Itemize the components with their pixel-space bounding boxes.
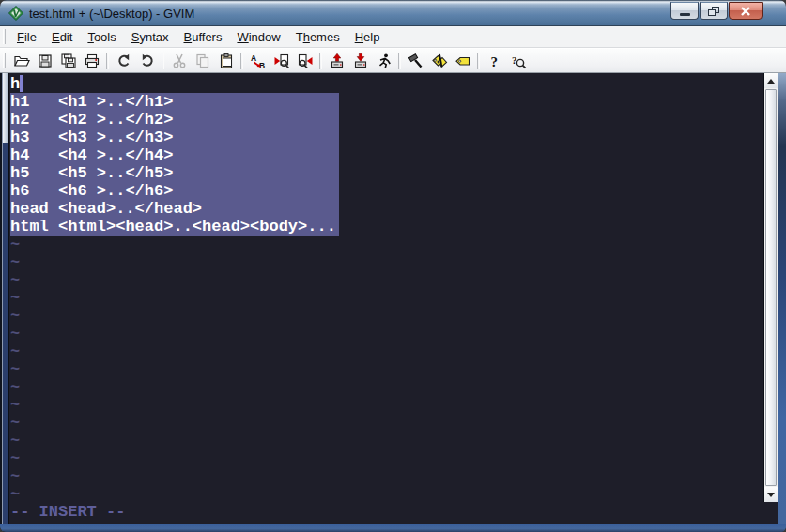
menu-file[interactable]: File [9,27,44,47]
copy-button [191,50,214,72]
paste-button[interactable] [214,50,238,72]
popup-item[interactable]: h4 <h4 >..</h4> [10,146,339,164]
window-border-bottom [0,524,786,532]
save-button[interactable] [33,50,56,72]
help-button[interactable]: ? [483,50,506,72]
popup-item[interactable]: h6 <h6 >..</h6> [10,182,339,200]
menu-edit[interactable]: Edit [44,27,80,47]
find-prev-button[interactable] [293,50,316,72]
vim-logo-icon[interactable] [8,6,23,21]
minimize-icon [680,13,690,16]
save-floppy-icon [37,53,54,69]
mode-indicator: -- INSERT -- [10,503,763,521]
save-all-button[interactable] [56,50,80,72]
empty-line: ~ [10,360,763,378]
scroll-up-button[interactable] [764,73,778,88]
redo-icon [139,53,156,69]
empty-line: ~ [10,378,763,396]
window-controls [670,2,763,20]
save-session-icon [352,53,369,69]
undo-button[interactable] [112,50,135,72]
editor-frame: h h1 <h1 >..</h1> h2 <h2 >..</h2> h3 <h3… [0,73,786,532]
window-border-right [778,73,786,532]
print-button[interactable] [80,50,103,72]
find-next-icon [273,53,290,69]
minimize-button[interactable] [670,2,699,20]
arrow-down-icon [767,493,775,497]
save-all-icon [60,53,77,69]
print-icon [84,53,100,69]
svg-text:?: ? [490,53,498,68]
svg-text:?: ? [512,53,517,65]
empty-line: ~ [10,271,763,289]
cut-scissors-icon [171,53,188,69]
menu-themes[interactable]: Themes [288,27,347,47]
popup-item[interactable]: head <head>..</head> [10,200,339,218]
menu-help[interactable]: Help [347,27,388,47]
empty-line: ~ [10,485,763,503]
toolbar: A B [0,48,786,73]
paste-clipboard-icon [218,53,235,69]
toolbar-separator [106,53,109,69]
undo-icon [116,53,132,69]
toolbar-grip [3,53,6,68]
load-session-icon [329,53,346,69]
right-scrollbar[interactable] [763,73,778,502]
popup-item[interactable]: h2 <h2 >..</h2> [10,111,339,129]
load-session-button[interactable] [325,50,348,72]
menu-tools[interactable]: Tools [80,27,123,47]
help-icon: ? [486,53,503,69]
empty-line: ~ [10,467,763,485]
tag-jump-button[interactable] [451,50,474,72]
title-bar[interactable]: test.html + (~\Desktop) - GVIM [0,0,786,26]
empty-line: ~ [10,342,763,360]
popup-item[interactable]: html <html><head>..<head><body>... [10,218,339,236]
toolbar-separator [240,53,243,69]
buffer-line: h [10,75,763,93]
toolbar-separator [319,53,322,69]
empty-line: ~ [10,236,763,253]
open-button[interactable] [9,50,33,72]
cut-button [167,50,191,72]
make-button[interactable] [404,50,427,72]
redo-button[interactable] [135,50,159,72]
empty-line: ~ [10,414,763,432]
find-replace-button[interactable]: A B [246,50,270,72]
menu-buffers[interactable]: Buffers [176,27,229,47]
menu-bar: File Edit Tools Syntax Buffers Window Th… [0,26,786,48]
gvim-window: test.html + (~\Desktop) - GVIM File Edit… [0,0,786,532]
popup-item[interactable]: h5 <h5 >..</h5> [10,164,339,182]
empty-line: ~ [10,325,763,342]
run-script-icon [376,53,393,69]
save-session-button[interactable] [348,50,372,72]
build-tags-icon [431,53,448,69]
editor-text-area[interactable]: h h1 <h1 >..</h1> h2 <h2 >..</h2> h3 <h3… [10,75,763,524]
find-in-help-button[interactable]: ? [506,50,530,72]
open-folder-icon [13,53,30,69]
left-scrollbar-thumb[interactable] [3,73,8,143]
menu-window[interactable]: Window [229,27,287,47]
popup-item[interactable]: h1 <h1 >..</h1> [10,93,339,111]
arrow-up-icon [767,79,775,84]
close-button[interactable] [729,2,763,20]
build-tags-button[interactable] [427,50,451,72]
scroll-down-button[interactable] [764,487,778,502]
run-script-button[interactable] [372,50,395,72]
left-scrollbar[interactable] [2,73,9,524]
toolbar-separator [162,53,164,69]
empty-line: ~ [10,289,763,307]
menubar-grip [3,29,6,44]
find-next-button[interactable] [270,50,293,72]
scrollbar-thumb[interactable] [765,89,777,486]
menu-syntax[interactable]: Syntax [124,27,177,47]
restore-icon [708,7,719,16]
window-title: test.html + (~\Desktop) - GVIM [29,0,194,26]
popup-item[interactable]: h3 <h3 >..</h3> [10,129,339,146]
restore-button[interactable] [700,2,728,20]
close-icon [740,6,751,17]
find-prev-icon [297,53,314,69]
empty-line: ~ [10,449,763,467]
text-cursor [20,75,23,92]
svg-text:A: A [251,53,256,62]
empty-line: ~ [10,432,763,449]
